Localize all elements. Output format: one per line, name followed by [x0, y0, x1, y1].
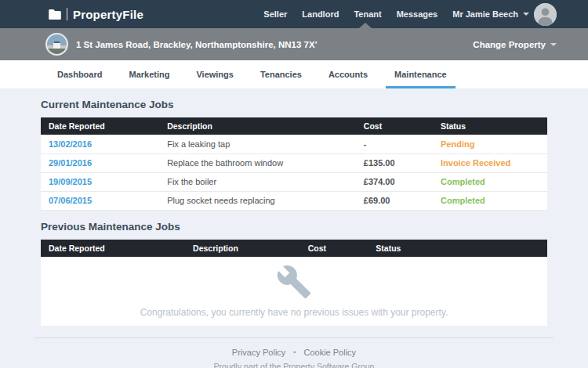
job-date-link[interactable]: 07/06/2015 — [49, 196, 92, 205]
property-address: 1 St James Road, Brackley, Northamptonsh… — [76, 40, 317, 49]
column-cost: Cost — [356, 117, 433, 135]
top-navigation: Seller Landlord Tenant Messages Mr Jamie… — [263, 3, 557, 26]
previous-jobs-empty-state: Congratulations, you currently have no p… — [41, 257, 547, 326]
property-bar: 1 St James Road, Brackley, Northamptonsh… — [0, 28, 588, 60]
tab-viewings[interactable]: Viewings — [187, 60, 241, 88]
tab-tenancies[interactable]: Tenancies — [252, 60, 310, 88]
job-cost: £69.00 — [356, 191, 433, 210]
job-description: Fix the boiler — [159, 172, 356, 191]
cookie-policy-link[interactable]: Cookie Policy — [303, 348, 356, 357]
table-row: 13/02/2016 Fix a leaking tap - Pending — [41, 135, 547, 153]
column-cost: Cost — [300, 240, 368, 257]
wrench-icon — [276, 264, 312, 300]
nav-item-messages[interactable]: Messages — [397, 9, 438, 19]
topbar: PropertyFile Seller Landlord Tenant Mess… — [0, 0, 588, 28]
user-menu[interactable]: Mr Jamie Beech — [452, 3, 557, 26]
property-photo — [45, 33, 68, 56]
job-status: Completed — [441, 196, 485, 205]
main-content: Current Maintenance Jobs Date Reported D… — [0, 99, 588, 326]
current-jobs-table: Date Reported Description Cost Status 13… — [41, 117, 547, 211]
table-header-row: Date Reported Description Cost Status — [41, 117, 547, 135]
job-description: Plug socket needs replacing — [159, 191, 356, 210]
job-cost: £135.00 — [356, 153, 433, 172]
chevron-down-icon — [550, 43, 557, 46]
page-footer: Privacy Policy • Cookie Policy Proudly p… — [0, 348, 588, 368]
column-description: Description — [185, 240, 300, 257]
job-date-link[interactable]: 19/09/2015 — [49, 177, 92, 186]
previous-jobs-title: Previous Maintenance Jobs — [41, 221, 547, 233]
job-status: Invoice Received — [441, 158, 510, 168]
column-date-reported: Date Reported — [41, 240, 185, 257]
job-description: Replace the bathroom window — [159, 153, 356, 172]
table-row: 07/06/2015 Plug socket needs replacing £… — [41, 191, 547, 210]
nav-item-seller[interactable]: Seller — [263, 9, 287, 19]
footer-tagline: Proudly part of the Property Software Gr… — [0, 362, 588, 368]
previous-jobs-table: Date Reported Description Cost Status — [41, 240, 547, 257]
app-logo[interactable]: PropertyFile — [49, 8, 143, 21]
folder-icon — [49, 9, 61, 20]
logo-divider — [67, 8, 67, 20]
nav-item-tenant[interactable]: Tenant — [354, 9, 381, 19]
privacy-policy-link[interactable]: Privacy Policy — [232, 348, 285, 357]
footer-divider — [34, 337, 554, 338]
tab-maintenance[interactable]: Maintenance — [386, 60, 456, 88]
job-status: Completed — [441, 177, 485, 186]
nav-item-landlord[interactable]: Landlord — [302, 9, 339, 19]
tab-marketing[interactable]: Marketing — [120, 60, 178, 88]
active-nav-pointer — [359, 23, 372, 28]
table-row: 19/09/2015 Fix the boiler £374.00 Comple… — [41, 172, 547, 191]
footer-bullet: • — [293, 348, 296, 356]
job-cost: - — [356, 135, 433, 153]
column-status: Status — [433, 117, 547, 135]
column-description: Description — [159, 117, 356, 135]
chevron-down-icon — [523, 13, 529, 16]
job-cost: £374.00 — [356, 172, 433, 191]
change-property-label: Change Property — [473, 40, 546, 49]
tab-dashboard[interactable]: Dashboard — [49, 60, 111, 88]
table-row: 29/01/2016 Replace the bathroom window £… — [41, 153, 547, 172]
section-tabs: Dashboard Marketing Viewings Tenancies A… — [0, 60, 588, 88]
job-status: Pending — [441, 139, 474, 149]
column-status: Status — [368, 240, 547, 257]
tab-accounts[interactable]: Accounts — [320, 60, 376, 88]
current-jobs-title: Current Maintenance Jobs — [41, 99, 547, 110]
user-name: Mr Jamie Beech — [452, 9, 518, 19]
brand-title: PropertyFile — [73, 8, 143, 21]
job-date-link[interactable]: 13/02/2016 — [49, 139, 92, 149]
job-description: Fix a leaking tap — [159, 135, 356, 153]
column-date-reported: Date Reported — [41, 117, 159, 135]
table-header-row: Date Reported Description Cost Status — [41, 240, 547, 257]
job-date-link[interactable]: 29/01/2016 — [49, 158, 92, 168]
empty-state-message: Congratulations, you currently have no p… — [140, 307, 448, 318]
change-property-button[interactable]: Change Property — [473, 40, 557, 49]
user-avatar — [534, 3, 557, 26]
